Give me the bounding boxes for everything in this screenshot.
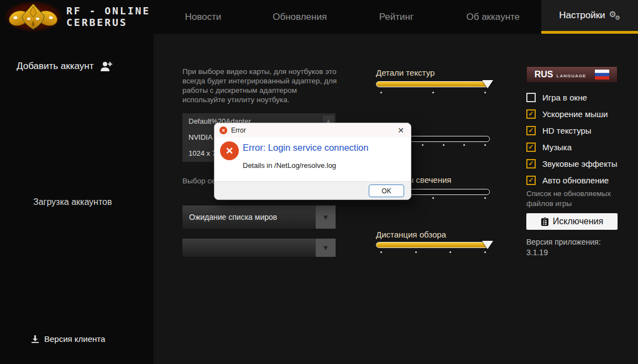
language-code: RUS bbox=[535, 70, 553, 80]
add-account-button[interactable]: Добавить аккаунт bbox=[17, 61, 113, 72]
app-version-number: 3.1.19 bbox=[526, 247, 601, 258]
tick-dot bbox=[415, 251, 417, 253]
slider-track[interactable] bbox=[376, 242, 490, 248]
exclusions-button[interactable]: Исключения bbox=[526, 213, 618, 230]
slider-ticks bbox=[376, 92, 490, 94]
slider-thumb[interactable] bbox=[482, 241, 493, 249]
russia-flag-icon bbox=[595, 70, 609, 80]
tick-dot bbox=[380, 251, 382, 253]
slider-label: Дистанция обзора bbox=[376, 230, 446, 239]
launcher-window: RF - ONLINE CERBERUS Новости Обновления … bbox=[0, 0, 638, 364]
checkbox-checked-icon[interactable]: ✓ bbox=[526, 176, 536, 185]
add-account-label: Добавить аккаунт bbox=[17, 61, 94, 72]
checkbox-row-4[interactable]: ✓Музыка bbox=[526, 139, 637, 155]
checkbox-checked-icon[interactable]: ✓ bbox=[526, 109, 536, 119]
tick-dot bbox=[380, 92, 382, 93]
language-button[interactable]: RUS LANGUAGE bbox=[526, 66, 618, 83]
download-icon bbox=[30, 335, 40, 344]
gears-icon: ⚙⚙ bbox=[609, 10, 620, 21]
add-user-icon bbox=[100, 61, 113, 72]
top-bar: RF - ONLINE CERBERUS Новости Обновления … bbox=[0, 0, 638, 34]
checkbox-checked-icon[interactable]: ✓ bbox=[526, 143, 536, 152]
tab-news[interactable]: Новости bbox=[155, 0, 252, 34]
close-icon[interactable]: ✕ bbox=[396, 126, 406, 135]
error-details: Details in /NetLog/resolve.log bbox=[243, 161, 336, 170]
tick-dot bbox=[484, 92, 486, 93]
tick-dot bbox=[484, 197, 486, 199]
checkbox-row-6[interactable]: ✓Авто обновление bbox=[526, 172, 637, 188]
error-dialog: ✕ Error ✕ ✕ Error: Login service connect… bbox=[214, 123, 411, 200]
checkbox-label: HD текстуры bbox=[542, 126, 592, 135]
error-heading: Error: Login service connection bbox=[243, 143, 368, 153]
tab-settings[interactable]: Настройки ⚙⚙ bbox=[541, 0, 638, 34]
checkbox-row-5[interactable]: ✓Звуковые эффекты bbox=[526, 155, 637, 172]
video-adapter-note: При выборе видео карты, для ноутбуков эт… bbox=[182, 67, 337, 104]
language-caption: LANGUAGE bbox=[557, 73, 587, 78]
client-version-button[interactable]: Версия клиента bbox=[30, 334, 105, 344]
loading-accounts-status: Загрузка аккаунтов bbox=[33, 197, 112, 207]
clipboard-icon bbox=[541, 217, 549, 226]
tab-updates[interactable]: Обновления bbox=[252, 0, 348, 34]
checkbox-row-1[interactable]: ✓Игра в окне bbox=[526, 89, 637, 105]
tab-settings-label: Настройки bbox=[559, 10, 605, 21]
checkbox-label: Музыка bbox=[542, 143, 572, 152]
app-title-line2: CERBERUS bbox=[66, 17, 150, 28]
world-list-dropdown[interactable]: Ожидание списка миров ▼ bbox=[182, 205, 336, 229]
checkbox-label: Звуковые эффекты bbox=[542, 159, 618, 168]
tick-dot bbox=[432, 92, 434, 93]
app-title-line1: RF - ONLINE bbox=[66, 5, 150, 17]
checkbox-label: Авто обновление bbox=[542, 176, 609, 185]
chevron-down-icon[interactable]: ▼ bbox=[316, 239, 336, 257]
cerberus-logo-icon bbox=[3, 1, 63, 33]
character-dropdown[interactable]: ▼ bbox=[182, 239, 336, 257]
world-list-dropdown-value: Ожидание списка миров bbox=[182, 213, 316, 221]
excluded-files-note: Список не обновляемых файлов игры bbox=[526, 189, 620, 209]
checkbox-label: Игра в окне bbox=[542, 93, 587, 102]
app-title: RF - ONLINE CERBERUS bbox=[66, 5, 150, 28]
tab-account[interactable]: Об аккаунте bbox=[444, 0, 541, 34]
checkbox-unchecked-icon[interactable]: ✓ bbox=[526, 93, 536, 102]
slider-ticks bbox=[376, 251, 490, 254]
tick-dot bbox=[463, 144, 465, 146]
slider-thumb[interactable] bbox=[482, 80, 493, 88]
tick-dot bbox=[443, 144, 444, 146]
tick-dot bbox=[484, 251, 486, 253]
error-dialog-titlebar[interactable]: ✕ Error ✕ bbox=[215, 123, 411, 138]
error-icon: ✕ bbox=[219, 126, 227, 134]
slider-track[interactable] bbox=[376, 81, 490, 87]
checkbox-checked-icon[interactable]: ✓ bbox=[526, 159, 536, 168]
slider-label: Детали текстур bbox=[376, 68, 435, 77]
tab-rating[interactable]: Рейтинг bbox=[348, 0, 445, 34]
sidebar: Добавить аккаунт Загрузка аккаунтов Верс… bbox=[0, 34, 154, 364]
tick-dot bbox=[484, 144, 486, 146]
tick-dot bbox=[422, 144, 423, 146]
error-dialog-footer: OK bbox=[215, 181, 411, 200]
exclusions-button-label: Исключения bbox=[553, 217, 603, 226]
client-version-label: Версия клиента bbox=[44, 334, 105, 344]
tick-dot bbox=[449, 251, 451, 253]
checkbox-checked-icon[interactable]: ✓ bbox=[526, 126, 536, 135]
chevron-down-icon[interactable]: ▼ bbox=[316, 205, 336, 229]
checkbox-label: Ускорение мыши bbox=[542, 109, 608, 119]
error-dialog-body: ✕ Error: Login service connection Detail… bbox=[215, 138, 411, 181]
error-icon: ✕ bbox=[220, 141, 239, 160]
tick-dot bbox=[432, 197, 434, 199]
error-dialog-title: Error bbox=[231, 126, 392, 134]
settings-checkbox-list: ✓Игра в окне✓Ускорение мыши✓HD текстуры✓… bbox=[526, 89, 637, 188]
ok-button[interactable]: OK bbox=[369, 184, 404, 197]
checkbox-row-3[interactable]: ✓HD текстуры bbox=[526, 122, 637, 139]
app-version-label: Версия приложения: bbox=[526, 237, 601, 247]
app-version: Версия приложения: 3.1.19 bbox=[526, 237, 601, 258]
checkbox-row-2[interactable]: ✓Ускорение мыши bbox=[526, 105, 637, 122]
nav-tabs: Новости Обновления Рейтинг Об аккаунте Н… bbox=[155, 0, 638, 34]
